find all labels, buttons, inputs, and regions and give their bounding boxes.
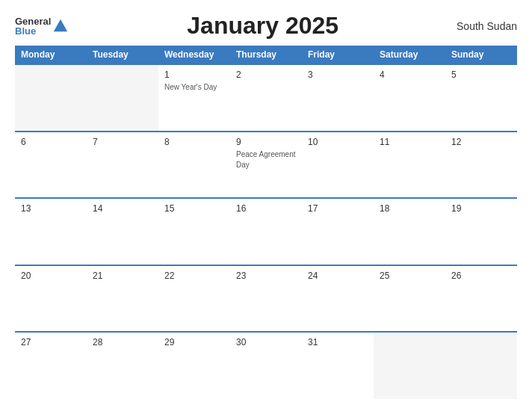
day-number: 9 bbox=[236, 137, 296, 147]
calendar-cell: 10 bbox=[302, 132, 374, 199]
calendar-cell: 12 bbox=[445, 132, 517, 199]
col-thursday: Thursday bbox=[230, 46, 302, 64]
calendar-cell: 23 bbox=[230, 265, 302, 333]
calendar-cell: 20 bbox=[15, 265, 87, 333]
calendar-cell: 14 bbox=[87, 198, 158, 265]
day-number: 26 bbox=[451, 271, 511, 281]
day-number: 31 bbox=[308, 337, 368, 347]
logo-general-text: General bbox=[15, 16, 51, 26]
calendar-week-row: 6789Peace Agreement Day101112 bbox=[15, 132, 517, 199]
calendar-cell: 13 bbox=[15, 198, 87, 265]
calendar-cell: 2 bbox=[230, 64, 302, 132]
country-label: South Sudan bbox=[457, 20, 517, 32]
calendar-header-row: Monday Tuesday Wednesday Thursday Friday… bbox=[15, 46, 517, 64]
day-number: 21 bbox=[93, 271, 152, 281]
day-number: 24 bbox=[308, 271, 368, 281]
calendar-cell: 3 bbox=[302, 64, 374, 132]
calendar-cell: 1New Year's Day bbox=[158, 64, 230, 132]
day-number: 20 bbox=[21, 271, 81, 281]
calendar-week-row: 2728293031 bbox=[15, 332, 517, 399]
calendar-cell: 29 bbox=[158, 332, 230, 399]
day-number: 6 bbox=[21, 137, 81, 147]
day-number: 22 bbox=[164, 271, 224, 281]
day-number: 16 bbox=[236, 203, 296, 214]
day-number: 10 bbox=[308, 137, 368, 147]
day-number: 25 bbox=[380, 271, 439, 281]
calendar-cell: 21 bbox=[87, 265, 158, 333]
calendar-cell: 26 bbox=[445, 265, 517, 333]
day-number: 27 bbox=[21, 337, 81, 347]
day-number: 4 bbox=[380, 69, 439, 80]
day-number: 12 bbox=[451, 137, 511, 147]
calendar-cell: 8 bbox=[158, 132, 230, 199]
calendar-cell: 18 bbox=[374, 198, 445, 265]
holiday-label: New Year's Day bbox=[164, 83, 217, 91]
calendar-cell: 11 bbox=[374, 132, 445, 199]
calendar-cell: 6 bbox=[15, 132, 87, 199]
logo-icon bbox=[52, 18, 69, 34]
calendar-page: General Blue January 2025 South Sudan Mo… bbox=[0, 0, 532, 411]
day-number: 3 bbox=[308, 69, 368, 80]
calendar-header: General Blue January 2025 South Sudan bbox=[15, 12, 517, 40]
logo-blue-text: Blue bbox=[15, 26, 51, 36]
col-saturday: Saturday bbox=[374, 46, 445, 64]
day-number: 15 bbox=[164, 203, 224, 214]
calendar-cell: 16 bbox=[230, 198, 302, 265]
calendar-cell bbox=[87, 64, 158, 132]
calendar-cell bbox=[445, 332, 517, 399]
day-number: 14 bbox=[93, 203, 152, 214]
day-number: 1 bbox=[164, 69, 224, 80]
day-number: 30 bbox=[236, 337, 296, 347]
day-number: 2 bbox=[236, 69, 296, 80]
day-number: 7 bbox=[93, 137, 152, 147]
day-number: 18 bbox=[380, 203, 439, 214]
calendar-cell: 19 bbox=[445, 198, 517, 265]
calendar-week-row: 1New Year's Day2345 bbox=[15, 64, 517, 132]
calendar-cell: 4 bbox=[374, 64, 445, 132]
calendar-cell: 24 bbox=[302, 265, 374, 333]
col-tuesday: Tuesday bbox=[87, 46, 158, 64]
calendar-cell: 7 bbox=[87, 132, 158, 199]
calendar-week-row: 13141516171819 bbox=[15, 198, 517, 265]
calendar-table: Monday Tuesday Wednesday Thursday Friday… bbox=[15, 46, 517, 399]
col-monday: Monday bbox=[15, 46, 87, 64]
col-wednesday: Wednesday bbox=[158, 46, 230, 64]
calendar-title: January 2025 bbox=[69, 12, 457, 40]
logo: General Blue bbox=[15, 16, 69, 36]
col-sunday: Sunday bbox=[445, 46, 517, 64]
calendar-cell: 30 bbox=[230, 332, 302, 399]
col-friday: Friday bbox=[302, 46, 374, 64]
calendar-cell: 5 bbox=[445, 64, 517, 132]
calendar-cell: 27 bbox=[15, 332, 87, 399]
calendar-cell: 9Peace Agreement Day bbox=[230, 132, 302, 199]
day-number: 17 bbox=[308, 203, 368, 214]
calendar-cell: 31 bbox=[302, 332, 374, 399]
calendar-cell: 22 bbox=[158, 265, 230, 333]
calendar-cell: 28 bbox=[87, 332, 158, 399]
day-number: 11 bbox=[380, 137, 439, 147]
calendar-cell: 17 bbox=[302, 198, 374, 265]
day-number: 8 bbox=[164, 137, 224, 147]
day-number: 5 bbox=[451, 69, 511, 80]
calendar-cell: 25 bbox=[374, 265, 445, 333]
day-number: 28 bbox=[93, 337, 152, 347]
calendar-cell bbox=[374, 332, 445, 399]
day-number: 13 bbox=[21, 203, 81, 214]
calendar-cell: 15 bbox=[158, 198, 230, 265]
day-number: 29 bbox=[164, 337, 224, 347]
holiday-label: Peace Agreement Day bbox=[236, 150, 296, 169]
calendar-week-row: 20212223242526 bbox=[15, 265, 517, 333]
day-number: 19 bbox=[451, 203, 511, 214]
svg-marker-0 bbox=[54, 19, 67, 31]
calendar-cell bbox=[15, 64, 87, 132]
day-number: 23 bbox=[236, 271, 296, 281]
